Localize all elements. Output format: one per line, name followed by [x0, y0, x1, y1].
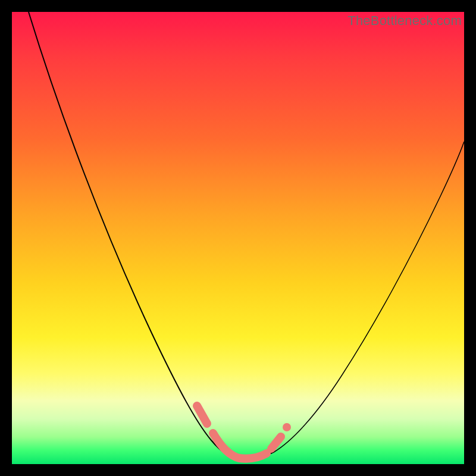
pink-dot-right [283, 423, 291, 431]
curve-left [29, 12, 238, 459]
pink-segment-floor [213, 433, 267, 459]
pink-segment-left [197, 406, 207, 424]
curve-right [238, 142, 464, 459]
chart-frame: TheBottleneck.com [0, 0, 476, 476]
pink-segment-right [271, 437, 281, 449]
chart-svg [12, 12, 464, 464]
